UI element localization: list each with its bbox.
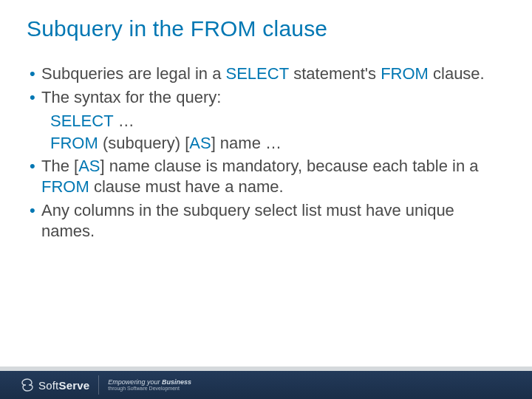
brand-name: SoftServe [38,379,89,392]
tagline-sub: through Software Development [108,386,191,391]
text: Business [162,378,191,386]
tagline-main: Empowering your Business [108,379,191,386]
slide-title: Subquery in the FROM clause [0,0,532,41]
text: statement's [289,64,381,83]
bullet-item: The syntax for the query: [30,87,502,108]
softserve-icon [21,378,34,392]
syntax-line: FROM (subquery) [AS] name … [30,133,502,154]
text: Soft [38,379,58,392]
text: ] name clause is mandatory, because each… [100,157,479,175]
text: Serve [58,379,89,392]
bullet-item: Any columns in the subquery select list … [30,200,502,242]
footer: SoftServe Empowering your Business throu… [0,371,532,399]
text: clause. [429,64,485,83]
bullet-item: The [AS] name clause is mandatory, becau… [30,156,502,197]
text: Any columns in the subquery select list … [41,201,454,240]
keyword-select: SELECT [50,112,114,130]
text: Subqueries are legal in a [41,64,226,83]
keyword-as: AS [189,134,211,152]
slide: Subquery in the FROM clause Subqueries a… [0,0,532,399]
text: clause must have a name. [89,177,284,196]
keyword-from: FROM [41,177,89,196]
text: The syntax for the query: [41,88,221,106]
keyword-as: AS [78,157,100,175]
slide-content: Subqueries are legal in a SELECT stateme… [0,41,532,242]
text: ] name … [211,134,282,152]
text: Empowering your [108,378,162,386]
syntax-line: SELECT … [30,111,502,132]
keyword-from: FROM [50,134,98,152]
keyword-from: FROM [381,64,429,83]
text: (subquery) [ [98,134,190,152]
text: … [114,112,134,130]
text: The [ [41,157,78,175]
bullet-item: Subqueries are legal in a SELECT stateme… [30,64,502,84]
brand-tagline: Empowering your Business through Softwar… [99,379,191,392]
brand-logo: SoftServe [21,375,99,395]
keyword-select: SELECT [226,64,290,83]
